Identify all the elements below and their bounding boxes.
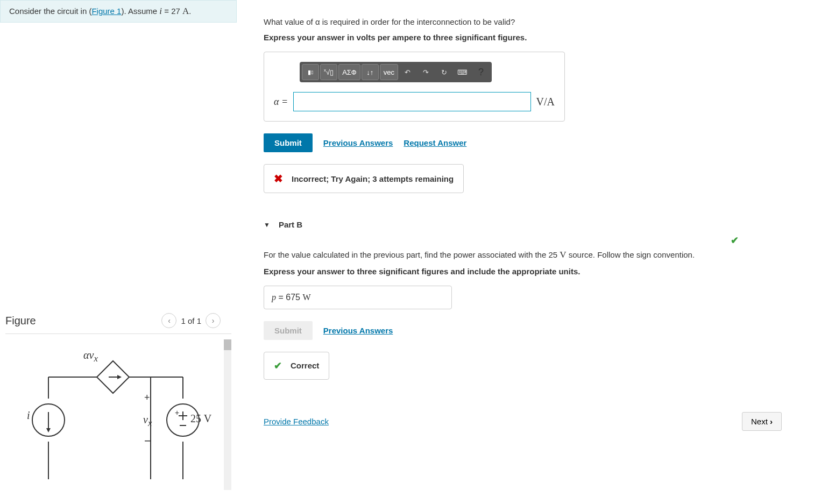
- partb-answer-var: p: [272, 293, 276, 302]
- incorrect-icon: ✖: [274, 172, 283, 185]
- label-source-plus: +: [175, 408, 179, 417]
- figure-link[interactable]: Figure 1: [91, 6, 121, 16]
- figure-count: 1 of 1: [181, 316, 201, 325]
- parta-request-answer-link[interactable]: Request Answer: [404, 138, 466, 147]
- parta-feedback-box: ✖ Incorrect; Try Again; 3 attempts remai…: [264, 164, 464, 193]
- chevron-right-icon: ›: [770, 417, 773, 426]
- toolbar-undo-button[interactable]: ↶: [399, 64, 416, 80]
- figure-diagram: αvx i + − vx 25 V +: [5, 339, 231, 490]
- parta-answer-box: ▮▯ x√▯ ΑΣФ ↓↑ vec ↶ ↷ ↻ ⌨ ? α = V/A: [264, 52, 565, 122]
- partb-feedback-box: ✔ Correct: [264, 352, 329, 380]
- toolbar-scripts-button[interactable]: ↓↑: [362, 64, 379, 80]
- toolbar-templates-button[interactable]: ▮▯: [302, 64, 319, 80]
- label-minus-bottom: −: [144, 434, 151, 448]
- parta-question: What value of α is required in order for…: [264, 16, 803, 27]
- problem-suffix: .: [189, 6, 191, 16]
- label-alpha-vx: αv: [83, 349, 94, 361]
- problem-unit: A: [182, 6, 189, 16]
- partb-header[interactable]: ▼ Part B: [264, 215, 803, 235]
- problem-prefix: Consider the circuit in (: [9, 6, 91, 16]
- parta-submit-button[interactable]: Submit: [264, 133, 313, 152]
- parta-instruction: Express your answer in volts per ampere …: [264, 33, 803, 42]
- partb-previous-answers-link[interactable]: Previous Answers: [323, 326, 393, 335]
- problem-mid: ). Assume: [121, 6, 159, 16]
- label-25v: 25 V: [190, 413, 211, 425]
- figure-prev-button[interactable]: ‹: [161, 313, 176, 328]
- label-vx: v: [143, 414, 148, 425]
- toolbar-vec-button[interactable]: vec: [380, 64, 398, 80]
- problem-statement: Consider the circuit in (Figure 1). Assu…: [0, 0, 237, 23]
- figure-scrollbar-thumb[interactable]: [224, 339, 231, 350]
- label-alpha-vx-sub: x: [94, 353, 97, 364]
- partb-instruction: Express your answer to three significant…: [264, 267, 803, 276]
- partb-title: Part B: [279, 220, 302, 229]
- alpha-label: α =: [274, 96, 288, 108]
- partb-answer-eq: = 675: [276, 293, 302, 302]
- partb-complete-icon: ✔: [731, 235, 739, 246]
- toolbar-keyboard-button[interactable]: ⌨: [454, 64, 471, 80]
- parta-previous-answers-link[interactable]: Previous Answers: [323, 138, 393, 147]
- next-button[interactable]: Next ›: [742, 412, 782, 431]
- caret-down-icon: ▼: [264, 221, 270, 229]
- figure-next-button[interactable]: ›: [206, 313, 221, 328]
- alpha-unit: V/A: [536, 96, 555, 108]
- parta-feedback-text: Incorrect; Try Again; 3 attempts remaini…: [292, 174, 454, 183]
- label-plus-top: +: [144, 392, 150, 403]
- toolbar-greek-button[interactable]: ΑΣФ: [338, 64, 360, 80]
- toolbar-help-button[interactable]: ?: [472, 64, 490, 80]
- label-i: i: [27, 409, 30, 422]
- partb-submit-button: Submit: [264, 321, 313, 340]
- partb-feedback-text: Correct: [291, 361, 319, 370]
- provide-feedback-link[interactable]: Provide Feedback: [264, 417, 329, 426]
- label-vx-sub: x: [148, 418, 152, 428]
- toolbar-sqrt-button[interactable]: x√▯: [320, 64, 337, 80]
- figure-scrollbar-track: [224, 339, 231, 490]
- partb-answer-display: p = 675 W: [264, 286, 452, 309]
- partb-question: For the value calculated in the previous…: [264, 249, 803, 261]
- problem-eq: = 27: [162, 6, 182, 16]
- equation-toolbar: ▮▯ x√▯ ΑΣФ ↓↑ vec ↶ ↷ ↻ ⌨ ?: [300, 62, 492, 82]
- toolbar-redo-button[interactable]: ↷: [417, 64, 435, 80]
- figure-title: Figure: [5, 315, 36, 327]
- toolbar-reset-button[interactable]: ↻: [436, 64, 453, 80]
- correct-icon: ✔: [274, 360, 282, 372]
- partb-answer-unit: W: [302, 293, 310, 302]
- alpha-input[interactable]: [293, 92, 530, 111]
